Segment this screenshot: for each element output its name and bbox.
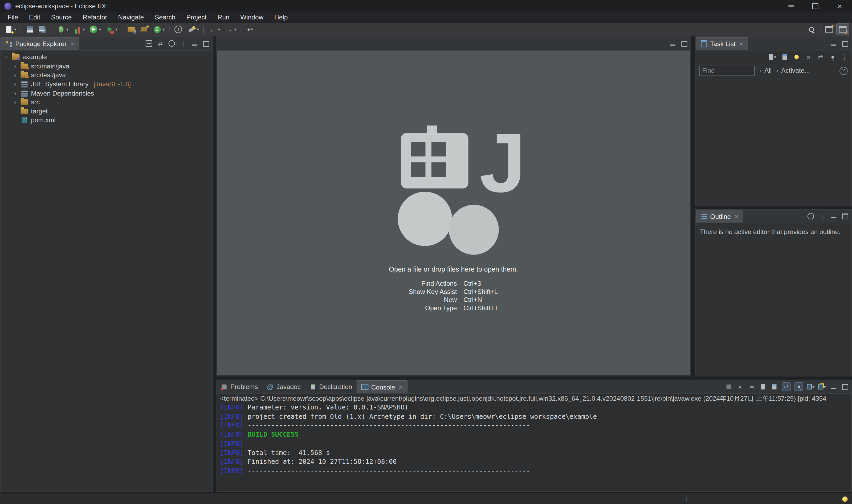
statusbar-overflow-dots[interactable]: [684, 494, 690, 502]
categorized-view-icon[interactable]: [781, 53, 788, 61]
link-with-editor-icon[interactable]: [157, 40, 164, 48]
new-wizard-button[interactable]: [3, 24, 18, 35]
close-icon[interactable]: [70, 40, 74, 48]
close-icon[interactable]: [738, 40, 743, 48]
menu-refactor[interactable]: Refactor: [77, 12, 113, 23]
search-button[interactable]: [185, 24, 200, 35]
tab-console[interactable]: Console: [357, 380, 408, 393]
pin-console-icon[interactable]: [795, 382, 803, 391]
menu-edit[interactable]: Edit: [23, 12, 46, 23]
quick-search-button[interactable]: [805, 24, 817, 35]
collapse-all-icon[interactable]: [145, 40, 153, 48]
minimize-view-icon[interactable]: [830, 40, 837, 48]
chevron-collapsed-icon[interactable]: [13, 71, 18, 79]
tab-problems[interactable]: Problems: [216, 380, 262, 393]
maximize-button[interactable]: [803, 0, 828, 12]
chevron-collapsed-icon[interactable]: [13, 80, 18, 88]
sash-left[interactable]: [213, 36, 216, 492]
chevron-expanded-icon[interactable]: [4, 54, 9, 61]
editor-drop-area[interactable]: J Open a file or drop files here to open…: [217, 51, 690, 375]
tree-item-example[interactable]: example: [1, 53, 213, 62]
notifications-icon[interactable]: [842, 496, 848, 501]
pin-icon[interactable]: [829, 53, 836, 61]
word-wrap-icon[interactable]: [782, 382, 791, 391]
terminate-icon[interactable]: [725, 383, 733, 391]
synchronize-icon[interactable]: [817, 53, 824, 61]
maximize-view-icon[interactable]: [202, 40, 210, 48]
open-console-icon[interactable]: [818, 383, 826, 391]
tree-item-src-main-java[interactable]: src/main/java: [1, 62, 213, 71]
back-button[interactable]: [207, 24, 221, 35]
tree-item-pom-xml[interactable]: pom.xml: [1, 116, 213, 125]
minimize-view-icon[interactable]: [191, 40, 198, 48]
display-selected-console-icon[interactable]: [807, 383, 815, 391]
menu-search[interactable]: Search: [149, 12, 181, 23]
coverage-button[interactable]: [71, 24, 86, 35]
new-package-button[interactable]: [138, 24, 150, 35]
sash-right-middle[interactable]: [695, 206, 852, 209]
focus-icon[interactable]: [807, 213, 815, 220]
forward-button[interactable]: [223, 24, 238, 35]
chevron-collapsed-icon[interactable]: [13, 98, 18, 106]
minimize-view-icon[interactable]: [830, 213, 837, 220]
tab-outline[interactable]: Outline: [695, 210, 743, 222]
delete-task-icon[interactable]: [805, 53, 813, 61]
scope-all-link[interactable]: All: [760, 67, 771, 75]
remove-all-launches-icon[interactable]: [748, 383, 755, 391]
close-icon[interactable]: [398, 383, 403, 391]
new-class-button[interactable]: [151, 24, 166, 35]
menu-help[interactable]: Help: [269, 12, 293, 23]
tab-declaration[interactable]: Declaration: [305, 380, 356, 393]
scroll-lock-icon[interactable]: [770, 383, 778, 391]
console-output[interactable]: <terminated> C:\Users\meowr\scoop\apps\e…: [217, 394, 851, 491]
menu-file[interactable]: File: [2, 12, 23, 23]
scheduled-view-icon[interactable]: [793, 53, 801, 61]
close-button[interactable]: [828, 0, 852, 12]
sash-right[interactable]: [691, 36, 695, 376]
activate-link[interactable]: Activate...: [776, 67, 810, 75]
maximize-view-icon[interactable]: [841, 383, 849, 391]
tab-package-explorer[interactable]: Package Explorer: [1, 37, 79, 50]
menu-window[interactable]: Window: [235, 12, 269, 23]
new-task-icon[interactable]: [769, 53, 777, 61]
new-java-project-button[interactable]: [125, 24, 137, 35]
maximize-view-icon[interactable]: [841, 40, 849, 48]
minimize-view-icon[interactable]: [830, 383, 837, 391]
menu-source[interactable]: Source: [46, 12, 77, 23]
clear-console-icon[interactable]: [759, 383, 767, 391]
sash-bottom[interactable]: [216, 376, 852, 380]
tree-item-maven-dependencies[interactable]: Maven Dependencies: [1, 89, 213, 98]
debug-button[interactable]: [55, 24, 70, 35]
external-tools-button[interactable]: [104, 24, 119, 35]
run-button[interactable]: [88, 24, 103, 35]
help-icon[interactable]: [839, 67, 848, 75]
minimize-view-icon[interactable]: [669, 40, 676, 48]
chevron-collapsed-icon[interactable]: [13, 62, 18, 70]
view-menu-icon[interactable]: [179, 40, 187, 48]
tab-javadoc[interactable]: Javadoc: [262, 380, 305, 393]
tree-item-target[interactable]: target: [1, 107, 213, 116]
maximize-view-icon[interactable]: [841, 213, 849, 220]
save-button[interactable]: [24, 24, 36, 35]
tree-item-src-test-java[interactable]: src/test/java: [1, 71, 213, 80]
view-menu-icon[interactable]: [840, 53, 848, 61]
tree-item-src[interactable]: src: [1, 98, 213, 107]
java-perspective-button[interactable]: [836, 23, 849, 35]
open-perspective-button[interactable]: [823, 24, 835, 35]
view-menu-icon[interactable]: [818, 213, 826, 220]
tab-task-list[interactable]: Task List: [695, 37, 748, 50]
focus-icon[interactable]: [168, 40, 176, 48]
menu-project[interactable]: Project: [181, 12, 212, 23]
menu-navigate[interactable]: Navigate: [113, 12, 149, 23]
find-input[interactable]: [699, 66, 755, 76]
tree-item-jre-system-library[interactable]: JRE System Library [JavaSE-1.8]: [1, 79, 213, 89]
menu-run[interactable]: Run: [212, 12, 235, 23]
last-edit-location-button[interactable]: [244, 24, 256, 35]
maximize-view-icon[interactable]: [680, 40, 688, 48]
minimize-button[interactable]: [779, 0, 803, 12]
close-icon[interactable]: [733, 213, 738, 220]
chevron-collapsed-icon[interactable]: [13, 89, 18, 97]
save-all-button[interactable]: [37, 24, 49, 35]
remove-launch-icon[interactable]: [736, 383, 744, 391]
open-type-button[interactable]: [172, 24, 184, 35]
